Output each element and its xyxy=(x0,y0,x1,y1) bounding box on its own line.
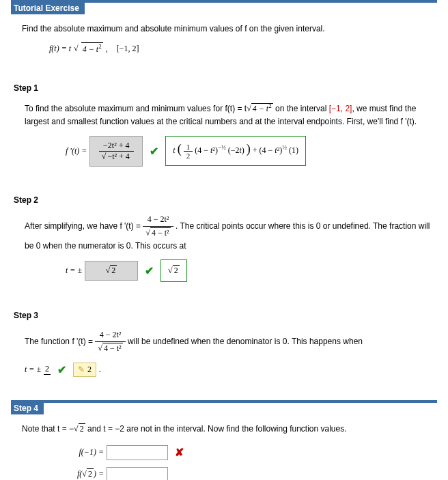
step3-t-equals: t = ± xyxy=(25,365,41,375)
checkmark-icon: ✔ xyxy=(57,363,66,376)
tutorial-header-label: Tutorial Exercise xyxy=(11,3,85,14)
step4-header: Step 4 xyxy=(11,400,437,414)
step2-answer-row: t = ± √2 ✔ √2 xyxy=(55,259,434,282)
f-neg1-label: f(−1) = xyxy=(56,447,104,457)
f-sqrt2-label: f(√2) = xyxy=(56,469,104,479)
step1-title: Step 1 xyxy=(14,83,434,93)
intro-prompt: Find the absolute maximum and absolute m… xyxy=(22,23,434,36)
step1-equation-row: f '(t) = −2t² + 4 √−t² + 4 ✔ t ( 12 (4 −… xyxy=(55,136,434,167)
pencil-icon: ✎ xyxy=(78,365,85,374)
f-of-sqrt2-row: f(√2) = xyxy=(56,467,434,480)
step2-text: After simplifying, we have f '(t) = 4 − … xyxy=(14,213,434,253)
step2-title: Step 2 xyxy=(14,195,434,205)
checkmark-icon: ✔ xyxy=(145,264,154,277)
f-neg1-input[interactable] xyxy=(107,445,168,460)
step2-grey-answer: √2 xyxy=(85,261,138,281)
step1-text: To find the absolute maximum and minimum… xyxy=(14,101,434,128)
step3-answer-row: t = ± 2 ✔ ✎2 . xyxy=(14,363,434,377)
checkmark-icon: ✔ xyxy=(150,145,158,158)
step2-correct-answer: √2 xyxy=(160,259,187,282)
step3-boxed-answer: ✎2 xyxy=(73,363,96,377)
step1-grey-answer: −2t² + 4 √−t² + 4 xyxy=(89,136,143,167)
interval: [−1, 2] xyxy=(117,44,139,54)
step4-title: Step 4 xyxy=(11,403,44,414)
cross-icon: ✘ xyxy=(175,446,184,459)
step3-text: The function f '(t) = 4 − 2t² √4 − t² wi… xyxy=(14,328,434,355)
f-of-neg1-row: f(−1) = ✘ xyxy=(56,445,434,460)
step2: Step 2 After simplifying, we have f '(t)… xyxy=(11,195,437,306)
step3-title: Step 3 xyxy=(14,311,434,320)
tutorial-header: Tutorial Exercise xyxy=(11,0,437,14)
step4-text: Note that t = −√2 and t = −2 are not in … xyxy=(22,423,434,436)
step4: Note that t = −√2 and t = −2 are not in … xyxy=(11,423,437,481)
step2-t-equals: t = ± xyxy=(66,266,82,276)
intro-section: Find the absolute maximum and absolute m… xyxy=(11,23,437,78)
step3-user-answer: 2 xyxy=(44,364,51,375)
intro-function: f(t) = t √4 − t2 , [−1, 2] xyxy=(49,42,434,55)
step1-correct-answer: t ( 12 (4 − t²)−½ (−2t) ) + (4 − t²)½ (1… xyxy=(165,136,306,166)
f-sqrt2-input[interactable] xyxy=(107,467,168,480)
func-lhs: f(t) = t xyxy=(49,44,71,54)
step1-lhs: f '(t) = xyxy=(66,146,87,156)
step1: Step 1 To find the absolute maximum and … xyxy=(11,83,437,189)
step3: Step 3 The function f '(t) = 4 − 2t² √4 … xyxy=(11,311,437,399)
